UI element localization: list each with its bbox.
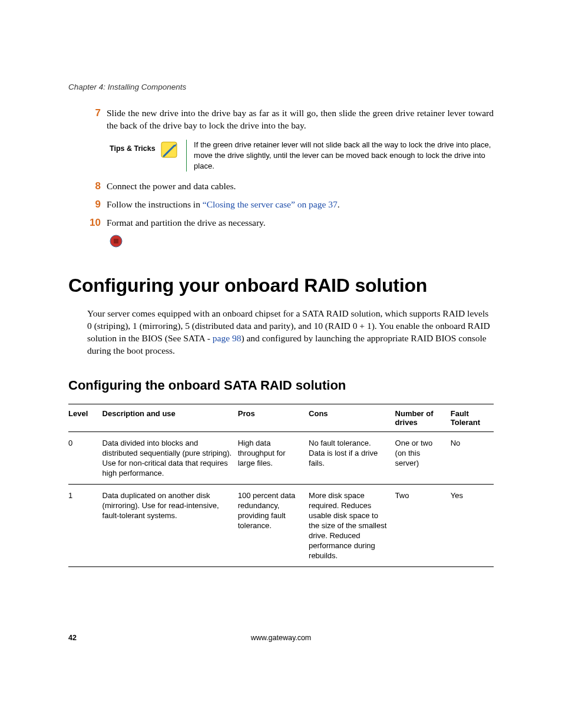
step-9: 9 Follow the instructions in “Closing th… <box>68 198 494 210</box>
cell-level: 1 <box>68 485 103 567</box>
col-fault: Fault Tolerant <box>451 404 494 432</box>
tips-text: If the green drive retainer lever will n… <box>194 140 494 172</box>
cell-pros: 100 percent data redundancy, providing f… <box>238 485 309 567</box>
step-7: 7 Slide the new drive into the drive bay… <box>68 107 494 131</box>
cell-drives: One or two (on this server) <box>395 432 451 485</box>
section-heading: Configuring your onboard RAID solution <box>68 275 494 297</box>
col-desc: Description and use <box>103 404 238 432</box>
step-text: Format and partition the drive as necess… <box>107 216 266 229</box>
step-number: 10 <box>68 216 107 229</box>
cell-cons: More disk space required. Reduces usable… <box>309 485 395 567</box>
col-drives: Number of drives <box>395 404 451 432</box>
tips-and-tricks-block: Tips & Tricks If the green drive retaine… <box>110 140 494 172</box>
cell-cons: No fault tolerance. Data is lost if a dr… <box>309 432 395 485</box>
cell-desc: Data duplicated on another disk (mirrori… <box>103 485 238 567</box>
step-number: 8 <box>68 180 107 192</box>
step-number: 9 <box>68 198 107 210</box>
subsection-heading: Configuring the onboard SATA RAID soluti… <box>68 378 494 393</box>
cell-fault: No <box>451 432 494 485</box>
raid-table: Level Description and use Pros Cons Numb… <box>68 404 494 567</box>
col-level: Level <box>68 404 103 432</box>
crossref-link[interactable]: page 98 <box>213 333 242 343</box>
chapter-header: Chapter 4: Installing Components <box>68 83 494 91</box>
step-text-a: Follow the instructions in <box>107 199 203 209</box>
step-text: Slide the new drive into the drive bay a… <box>107 107 494 131</box>
step-text-b: . <box>338 199 340 209</box>
table-row: 0 Data divided into blocks and distribut… <box>68 432 494 485</box>
table-row: 1 Data duplicated on another disk (mirro… <box>68 485 494 567</box>
end-of-procedure-icon <box>110 235 494 250</box>
step-8: 8 Connect the power and data cables. <box>68 180 494 192</box>
cell-drives: Two <box>395 485 451 567</box>
step-text: Connect the power and data cables. <box>107 180 236 192</box>
step-text: Follow the instructions in “Closing the … <box>107 198 340 210</box>
col-cons: Cons <box>309 404 395 432</box>
step-10: 10 Format and partition the drive as nec… <box>68 216 494 229</box>
cell-level: 0 <box>68 432 103 485</box>
cell-fault: Yes <box>451 485 494 567</box>
footer-url: www.gateway.com <box>68 634 494 642</box>
section-paragraph: Your server comes equipped with an onboa… <box>87 307 494 357</box>
crossref-link[interactable]: “Closing the server case” on page 37 <box>203 199 338 209</box>
page: Chapter 4: Installing Components 7 Slide… <box>0 0 562 728</box>
step-number: 7 <box>68 107 107 131</box>
col-pros: Pros <box>238 404 309 432</box>
cell-desc: Data divided into blocks and distributed… <box>103 432 238 485</box>
page-footer: 42 www.gateway.com <box>68 634 494 642</box>
note-icon <box>159 140 180 161</box>
svg-rect-3 <box>114 239 118 243</box>
table-header-row: Level Description and use Pros Cons Numb… <box>68 404 494 432</box>
tips-divider <box>186 140 187 172</box>
tips-label: Tips & Tricks <box>110 140 156 153</box>
cell-pros: High data throughput for large files. <box>238 432 309 485</box>
